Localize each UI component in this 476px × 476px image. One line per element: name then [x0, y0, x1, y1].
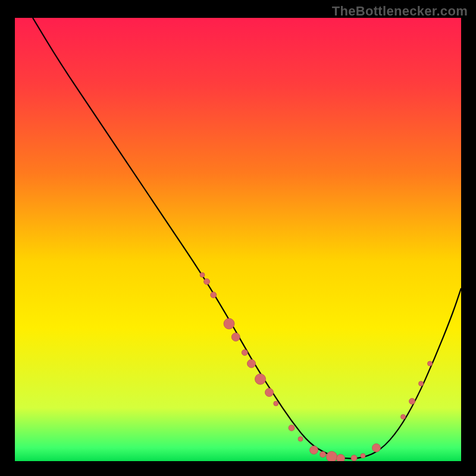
data-marker: [242, 349, 248, 355]
data-marker: [419, 381, 424, 386]
data-marker: [200, 273, 205, 277]
data-marker: [337, 455, 345, 461]
data-marker: [298, 437, 303, 441]
data-marker: [327, 452, 337, 461]
data-marker: [274, 401, 278, 406]
data-marker: [409, 398, 415, 404]
data-marker: [361, 453, 365, 458]
attribution-text: TheBottlenecker.com: [332, 4, 468, 19]
data-marker: [255, 374, 266, 384]
data-marker: [224, 318, 234, 329]
data-marker: [351, 455, 357, 461]
data-marker: [320, 452, 326, 458]
bottleneck-chart: [15, 18, 461, 461]
data-marker: [310, 446, 318, 454]
data-marker: [231, 333, 240, 341]
data-marker: [428, 361, 433, 366]
data-marker: [265, 389, 274, 397]
chart-container: [15, 18, 461, 461]
gradient-background: [15, 18, 461, 461]
data-marker: [248, 359, 256, 368]
data-marker: [372, 444, 381, 452]
data-marker: [289, 425, 295, 431]
data-marker: [204, 278, 210, 284]
data-marker: [401, 415, 406, 419]
data-marker: [211, 292, 217, 298]
